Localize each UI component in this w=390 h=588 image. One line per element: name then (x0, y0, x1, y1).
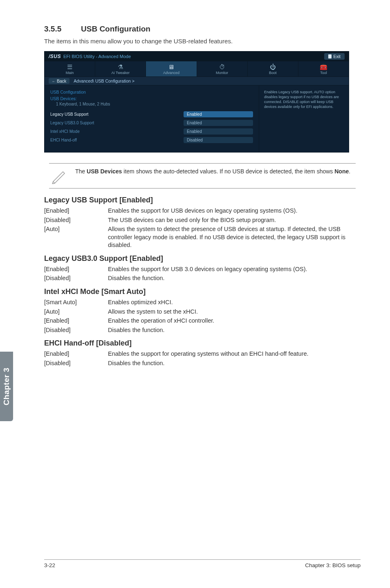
tool-icon: 🧰 (320, 64, 327, 70)
back-button[interactable]: Back (49, 78, 69, 84)
footer-title: Chapter 3: BIOS setup (305, 562, 361, 568)
tab-label: Boot (269, 71, 277, 75)
row-label: Legacy USB Support (50, 112, 184, 117)
note-box: The USB Devices item shows the auto-dete… (49, 163, 356, 189)
option-row: [Enabled] Enables the operation of xHCI … (44, 317, 361, 325)
exit-button[interactable]: Exit (324, 53, 345, 60)
opt-key: [Enabled] (44, 350, 108, 358)
option-row: [Auto] Allows the system to set the xHCI… (44, 308, 361, 316)
opt-desc: Allows the system to detect the presence… (108, 225, 361, 249)
opt-key: [Disabled] (44, 216, 108, 224)
note-text: The USB Devices item shows the auto-dete… (75, 168, 350, 184)
subhead-ehci-handoff: EHCI Hand-off [Disabled] (44, 339, 361, 348)
opt-key: [Enabled] (44, 265, 108, 274)
back-label: Back (57, 79, 66, 83)
monitor-lock-icon: 🖥 (168, 64, 174, 70)
usb-config-heading: USB Configuration (50, 90, 253, 94)
section-title: 3.5.5USB Configuration (44, 25, 361, 34)
row-ehci-handoff[interactable]: EHCI Hand-off Disabled (50, 137, 253, 143)
tab-monitor[interactable]: ⏱ Monitor (197, 61, 248, 76)
bios-help-panel: Enables Legacy USB support. AUTO option … (259, 85, 349, 152)
option-row: [Disabled] Disables the function. (44, 326, 361, 334)
page-footer: 3-22 Chapter 3: BIOS setup (44, 559, 361, 568)
opt-desc: Allows the system to set the xHCI. (108, 308, 361, 316)
help-text: Enables Legacy USB support. AUTO option … (264, 90, 339, 109)
monitor-icon: ⏱ (219, 64, 225, 70)
tab-label: Monitor (216, 71, 228, 75)
opt-key: [Smart Auto] (44, 298, 108, 307)
exit-label: Exit (333, 54, 341, 59)
option-row: [Enabled] Enables the support for USB 3.… (44, 265, 361, 274)
tab-main[interactable]: ☰ Main (45, 61, 95, 76)
option-row: [Disabled] The USB devices can be used o… (44, 216, 361, 224)
option-row: [Auto] Allows the system to detect the p… (44, 225, 361, 249)
opt-desc: Enables the operation of xHCI controller… (108, 317, 361, 325)
opt-key: [Enabled] (44, 207, 108, 215)
opt-desc: Enables optimized xHCI. (108, 298, 361, 307)
option-row: [Smart Auto] Enables optimized xHCI. (44, 298, 361, 307)
row-label: Legacy USB3.0 Support (50, 121, 184, 125)
opt-desc: Enables the support for USB devices on l… (108, 207, 361, 215)
option-row: [Disabled] Disables the function. (44, 359, 361, 368)
breadcrumb-path: Advanced\ USB Configuration > (74, 79, 134, 83)
tab-ai-tweaker[interactable]: ⚗ Ai Tweaker (95, 61, 146, 76)
opt-key: [Auto] (44, 225, 108, 249)
intro-text: The items in this menu allow you to chan… (44, 38, 361, 45)
opt-key: [Disabled] (44, 359, 108, 368)
tab-tool[interactable]: 🧰 Tool (298, 61, 349, 76)
option-row: [Disabled] Disables the function. (44, 274, 361, 283)
row-value[interactable]: Enabled (184, 120, 253, 126)
opt-desc: Disables the function. (108, 274, 361, 283)
tweaker-icon: ⚗ (118, 64, 123, 70)
bios-settings-panel: USB Configuration USB Devices: 1 Keyboar… (45, 85, 259, 152)
row-value[interactable]: Disabled (184, 137, 253, 143)
opt-key: [Disabled] (44, 326, 108, 334)
opt-key: [Auto] (44, 308, 108, 316)
row-legacy-usb[interactable]: Legacy USB Support Enabled (50, 111, 253, 117)
opt-desc: Enables the support for USB 3.0 devices … (108, 265, 361, 274)
bios-tabs: ☰ Main ⚗ Ai Tweaker 🖥 Advanced ⏱ Monitor… (45, 61, 349, 77)
row-value[interactable]: Enabled (184, 111, 253, 117)
section-heading: USB Configuration (81, 25, 150, 33)
tab-label: Ai Tweaker (112, 71, 130, 75)
option-row: [Enabled] Enables the support for USB de… (44, 207, 361, 215)
chapter-tab-text: Chapter 3 (2, 368, 11, 405)
pen-icon (49, 168, 69, 184)
tab-label: Tool (320, 71, 327, 75)
page-number: 3-22 (44, 562, 55, 568)
opt-key: [Enabled] (44, 317, 108, 325)
row-label: Intel xHCI Mode (50, 129, 184, 134)
usb-devices-detail: 1 Keyboard, 1 Mouse, 2 Hubs (56, 102, 253, 106)
chapter-side-tab: Chapter 3 (0, 352, 13, 421)
row-legacy-usb3[interactable]: Legacy USB3.0 Support Enabled (50, 120, 253, 126)
usb-devices-heading: USB Devices: (50, 96, 253, 101)
row-xhci-mode[interactable]: Intel xHCI Mode Enabled (50, 128, 253, 135)
opt-desc: Disables the function. (108, 326, 361, 334)
bios-topbar: /SUS EFI BIOS Utility - Advanced Mode Ex… (45, 52, 349, 61)
tab-boot[interactable]: ⏻ Boot (248, 61, 298, 76)
exit-icon (328, 54, 332, 58)
asus-logo: /SUS (49, 54, 61, 59)
list-icon: ☰ (67, 64, 72, 70)
opt-key: [Disabled] (44, 274, 108, 283)
opt-desc: Enables the support for operating system… (108, 350, 361, 358)
tab-advanced[interactable]: 🖥 Advanced (146, 61, 197, 76)
power-icon: ⏻ (270, 64, 276, 70)
opt-desc: The USB devices can be used only for the… (108, 216, 361, 224)
breadcrumb: Back Advanced\ USB Configuration > (45, 77, 349, 85)
row-value[interactable]: Enabled (184, 128, 253, 135)
bios-screenshot: /SUS EFI BIOS Utility - Advanced Mode Ex… (44, 51, 349, 153)
opt-desc: Disables the function. (108, 359, 361, 368)
back-arrow-icon (52, 79, 56, 83)
tab-label: Advanced (163, 71, 179, 75)
subhead-xhci-mode: Intel xHCI Mode [Smart Auto] (44, 287, 361, 296)
tab-label: Main (66, 71, 74, 75)
section-number: 3.5.5 (44, 25, 81, 34)
subhead-legacy-usb: Legacy USB Support [Enabled] (44, 196, 361, 204)
bios-utility-title: EFI BIOS Utility - Advanced Mode (63, 54, 131, 59)
row-label: EHCI Hand-off (50, 138, 184, 142)
subhead-legacy-usb3: Legacy USB3.0 Support [Enabled] (44, 254, 361, 263)
option-row: [Enabled] Enables the support for operat… (44, 350, 361, 358)
